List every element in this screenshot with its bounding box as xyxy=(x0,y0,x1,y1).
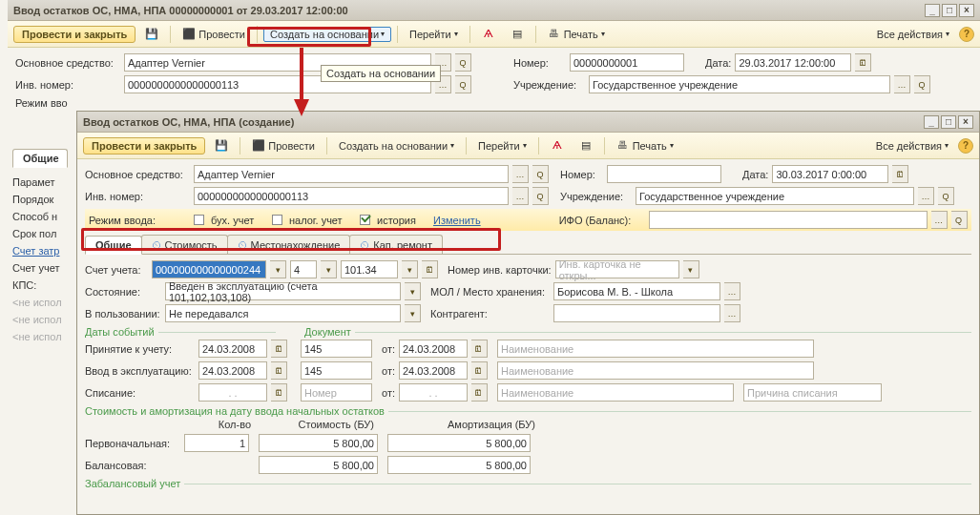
create-on-basis-button[interactable]: Создать на основании▾ xyxy=(333,138,460,154)
uchr-field[interactable]: Государственное учреждение xyxy=(636,187,914,205)
card-open-button[interactable]: ▾ xyxy=(683,260,699,278)
accept-ot-field[interactable]: 24.03.2008 xyxy=(399,340,468,358)
tab-repair[interactable]: ⏲Кап. ремонт xyxy=(349,235,443,254)
accept-ot-picker[interactable]: 🗓 xyxy=(471,340,488,358)
inv-open-button[interactable]: Q xyxy=(455,75,471,93)
date-picker-button[interactable]: 🗓 xyxy=(855,53,871,72)
uchr-field[interactable]: Государственное учреждение xyxy=(589,75,890,93)
asset-open-button[interactable]: Q xyxy=(532,165,549,183)
all-actions-button[interactable]: Все действия▾ xyxy=(871,27,955,42)
date-field[interactable]: 30.03.2017 0:00:00 xyxy=(772,165,888,183)
inv-open-button[interactable]: Q xyxy=(532,187,549,205)
goto-button[interactable]: Перейти▾ xyxy=(472,138,532,154)
nal-checkbox[interactable] xyxy=(272,215,282,225)
tab-common-back[interactable]: Общие xyxy=(12,149,68,168)
help-icon[interactable]: ? xyxy=(958,138,973,154)
ifo-open-button[interactable]: Q xyxy=(951,211,968,229)
writeoff-num-field[interactable]: Номер xyxy=(301,383,372,402)
writeoff-reason-field[interactable]: Причина списания xyxy=(743,383,882,402)
help-icon[interactable]: ? xyxy=(959,27,974,42)
list-button[interactable]: ▤ xyxy=(573,137,598,154)
print-button[interactable]: 🖶Печать▾ xyxy=(611,137,679,154)
dt-kt-button[interactable]: Ѧ xyxy=(545,137,570,154)
contr-select-button[interactable]: … xyxy=(724,304,740,322)
list-button[interactable]: ▤ xyxy=(505,26,530,43)
mol-select-button[interactable]: … xyxy=(724,282,740,300)
state-field[interactable]: Введен в эксплуатацию (счета 101,102,103… xyxy=(165,282,401,300)
post-close-button[interactable]: Провести и закрыть xyxy=(83,137,205,154)
tab-common[interactable]: Общие xyxy=(85,236,142,255)
number-field[interactable] xyxy=(607,165,721,183)
tab-location[interactable]: ⏲Местонахождение xyxy=(227,235,351,254)
exp-label: Ввод в эксплуатацию: xyxy=(85,365,195,377)
post-button[interactable]: ⬛Провести xyxy=(177,26,251,43)
titlebar-back: Ввод остатков ОС, НМА, НПА 00000000001 о… xyxy=(8,0,980,21)
acct-select-button[interactable]: ▾ xyxy=(270,260,286,278)
exp-ot-picker[interactable]: 🗓 xyxy=(471,361,488,380)
ifo-label: ИФО (Баланс): xyxy=(559,215,645,226)
owner-select-button[interactable]: ▾ xyxy=(405,304,421,322)
print-button[interactable]: 🖶Печать▾ xyxy=(542,26,611,43)
uchr-select-button[interactable]: … xyxy=(894,75,910,93)
acct2-select-button[interactable]: ▾ xyxy=(321,260,337,278)
hist-checkbox[interactable] xyxy=(360,215,370,225)
number-field[interactable]: 00000000001 xyxy=(570,53,684,72)
uchr-select-button[interactable]: … xyxy=(918,187,934,205)
accept-date-field[interactable]: 24.03.2008 xyxy=(198,340,267,358)
post-button[interactable]: ⬛Провести xyxy=(246,137,321,154)
mol-field[interactable]: Борисова М. В. - Школа xyxy=(553,282,720,300)
balance-amort-field[interactable]: 5 800,00 xyxy=(387,456,531,474)
card-field[interactable]: Инв. карточка не откры... xyxy=(555,260,679,278)
acct3-open-button[interactable]: 🗓 xyxy=(422,260,438,278)
maximize-button[interactable]: □ xyxy=(942,4,957,17)
writeoff-date-picker[interactable]: 🗓 xyxy=(271,383,287,402)
state-select-button[interactable]: ▾ xyxy=(405,282,421,300)
asset-open-button[interactable]: Q xyxy=(455,53,471,72)
qty-field[interactable]: 1 xyxy=(184,434,249,452)
date-field[interactable]: 29.03.2017 12:00:00 xyxy=(735,53,851,72)
post-close-button[interactable]: Провести и закрыть xyxy=(13,26,136,43)
inv-select-button[interactable]: … xyxy=(512,187,529,205)
mode-change-link[interactable]: Изменить xyxy=(433,215,481,226)
exp-name-field[interactable]: Наименование xyxy=(497,361,814,380)
acct3-select-button[interactable]: ▾ xyxy=(402,260,418,278)
tab-cost[interactable]: ⏲Стоимость xyxy=(141,235,228,254)
create-on-basis-button[interactable]: Создать на основании▾ xyxy=(263,27,391,42)
goto-button[interactable]: Перейти▾ xyxy=(404,27,464,42)
minimize-button[interactable]: _ xyxy=(924,115,939,129)
dt-kt-button[interactable]: Ѧ xyxy=(476,26,501,43)
acct2-field[interactable]: 4 xyxy=(290,260,317,278)
acct3-field[interactable]: 101.34 xyxy=(341,260,398,278)
writeoff-ot-picker[interactable]: 🗓 xyxy=(471,383,488,402)
date-picker-button[interactable]: 🗓 xyxy=(892,165,908,183)
close-button[interactable]: × xyxy=(959,4,974,17)
exp-num-field[interactable]: 145 xyxy=(301,361,372,380)
uchr-open-button[interactable]: Q xyxy=(938,187,954,205)
contr-field[interactable] xyxy=(553,304,720,322)
maximize-button[interactable]: □ xyxy=(941,115,956,129)
exp-date-picker[interactable]: 🗓 xyxy=(271,361,287,380)
asset-select-button[interactable]: … xyxy=(512,165,529,183)
owner-field[interactable]: Не передавался xyxy=(165,304,401,322)
writeoff-name-field[interactable]: Наименование xyxy=(497,383,734,402)
all-actions-button[interactable]: Все действия▾ xyxy=(870,138,954,154)
cost-field[interactable]: 5 800,00 xyxy=(259,434,378,452)
inv-field[interactable]: 0000000000000000113 xyxy=(194,187,509,205)
accept-date-picker[interactable]: 🗓 xyxy=(271,340,287,358)
buh-checkbox[interactable] xyxy=(194,215,204,225)
save-button[interactable]: 💾 xyxy=(209,137,234,154)
acct-field[interactable]: 000000000000000244 xyxy=(152,260,266,278)
asset-field[interactable]: Адаптер Vernier xyxy=(194,165,509,183)
exp-date-field[interactable]: 24.03.2008 xyxy=(198,361,267,380)
exp-ot-field[interactable]: 24.03.2008 xyxy=(399,361,468,380)
amort-field[interactable]: 5 800,00 xyxy=(387,434,531,452)
close-button[interactable]: × xyxy=(958,115,973,129)
ifo-field[interactable] xyxy=(649,211,928,229)
minimize-button[interactable]: _ xyxy=(925,4,940,17)
accept-num-field[interactable]: 145 xyxy=(301,340,372,358)
uchr-open-button[interactable]: Q xyxy=(914,75,930,93)
ifo-select-button[interactable]: … xyxy=(931,211,948,229)
save-button[interactable]: 💾 xyxy=(139,26,164,43)
accept-name-field[interactable]: Наименование xyxy=(497,340,814,358)
balance-cost-field[interactable]: 5 800,00 xyxy=(259,456,378,474)
